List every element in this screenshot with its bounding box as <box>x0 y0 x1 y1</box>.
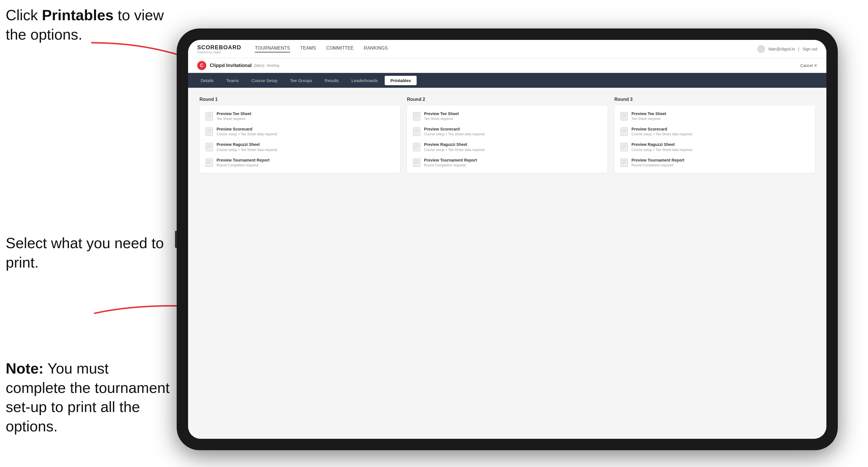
cancel-button[interactable]: Cancel ✕ <box>801 63 817 68</box>
round-2-tee-sheet-sub: Tee Sheet required <box>424 117 459 121</box>
svg-rect-34 <box>621 112 627 120</box>
svg-rect-26 <box>413 143 420 151</box>
round-3-scorecard-text: Preview Scorecard Course setup + Tee She… <box>631 126 692 136</box>
round-2-section: Round 2 Preview Tee Sheet Tee Sheet requ… <box>407 97 608 173</box>
round-2-card: Preview Tee Sheet Tee Sheet required Pre… <box>407 105 608 173</box>
round-1-scorecard-sub: Course setup + Tee Sheet data required <box>217 132 277 136</box>
svg-rect-10 <box>206 143 213 151</box>
svg-rect-6 <box>206 128 213 136</box>
round-1-tee-sheet-text: Preview Tee Sheet Tee Sheet required <box>217 111 251 121</box>
annotation-bottom: Note: You must complete the tournament s… <box>6 359 171 436</box>
scorecard-icon-2 <box>413 127 421 136</box>
round-1-section: Round 1 <box>199 97 400 173</box>
tournament-report-icon-2 <box>413 158 421 167</box>
annotation-middle: Select what you need to print. <box>6 234 165 272</box>
svg-rect-46 <box>621 159 627 167</box>
round-3-card: Preview Tee Sheet Tee Sheet required Pre… <box>614 105 815 173</box>
annotation-top: Click Printables to view the options. <box>6 6 171 44</box>
tab-printables[interactable]: Printables <box>385 76 417 85</box>
round-1-tournament-report-text: Preview Tournament Report Round Completi… <box>217 158 270 167</box>
tournament-bar: C Clippd Invitational (Men) Hosting Canc… <box>188 58 827 73</box>
round-2-scorecard-sub: Course setup + Tee Sheet data required <box>424 132 485 136</box>
rounds-grid: Round 1 <box>199 97 815 173</box>
round-1-raguzzi-title: Preview Raguzzi Sheet <box>217 142 277 147</box>
tee-sheet-icon-2 <box>413 112 421 121</box>
round-3-raguzzi-title: Preview Raguzzi Sheet <box>631 142 692 147</box>
round-3-tee-sheet-title: Preview Tee Sheet <box>631 111 666 116</box>
tab-results[interactable]: Results <box>319 76 344 85</box>
round-1-tee-sheet[interactable]: Preview Tee Sheet Tee Sheet required <box>205 111 394 121</box>
round-1-scorecard-title: Preview Scorecard <box>217 126 277 132</box>
round-2-tee-sheet-title: Preview Tee Sheet <box>424 111 459 116</box>
round-1-raguzzi-sub: Course setup + Tee Sheet data required <box>217 148 277 152</box>
logo-powered: Powered by clippd <box>197 51 241 54</box>
round-2-raguzzi-text: Preview Raguzzi Sheet Course setup + Tee… <box>424 142 485 152</box>
round-3-tee-sheet-text: Preview Tee Sheet Tee Sheet required <box>631 111 666 121</box>
svg-rect-30 <box>413 159 420 167</box>
round-3-tournament-report[interactable]: Preview Tournament Report Round Completi… <box>620 158 809 167</box>
round-3-section: Round 3 Preview Tee Sheet Tee Sheet requ… <box>614 97 815 173</box>
round-2-raguzzi-title: Preview Raguzzi Sheet <box>424 142 485 147</box>
top-nav: SCOREBOARD Powered by clippd TOURNAMENTS… <box>188 40 827 58</box>
round-2-tournament-report-title: Preview Tournament Report <box>424 158 477 163</box>
round-3-tournament-report-title: Preview Tournament Report <box>631 158 684 163</box>
tournament-status: Hosting <box>267 63 279 67</box>
raguzzi-icon-2 <box>413 143 421 152</box>
round-3-tournament-report-text: Preview Tournament Report Round Completi… <box>631 158 684 167</box>
tab-course-setup[interactable]: Course Setup <box>246 76 283 85</box>
tablet-side-button <box>175 231 177 248</box>
nav-rankings[interactable]: RANKINGS <box>364 45 388 53</box>
round-1-raguzzi[interactable]: Preview Raguzzi Sheet Course setup + Tee… <box>205 142 394 152</box>
round-2-scorecard[interactable]: Preview Scorecard Course setup + Tee She… <box>413 126 602 136</box>
top-nav-right: blair@clippd.io | Sign out <box>757 45 817 53</box>
main-content: Round 1 <box>188 88 827 439</box>
round-3-scorecard-title: Preview Scorecard <box>631 126 692 132</box>
round-3-raguzzi-sub: Course setup + Tee Sheet data required <box>631 148 692 152</box>
nav-committee[interactable]: COMMITTEE <box>326 45 354 53</box>
round-2-tournament-report[interactable]: Preview Tournament Report Round Completi… <box>413 158 602 167</box>
svg-rect-2 <box>206 112 213 120</box>
nav-teams[interactable]: TEAMS <box>300 45 316 53</box>
svg-rect-22 <box>413 128 420 136</box>
svg-rect-14 <box>206 159 213 167</box>
round-3-scorecard-sub: Course setup + Tee Sheet data required <box>631 132 692 136</box>
tee-sheet-icon-3 <box>620 112 628 121</box>
tab-details[interactable]: Details <box>195 76 219 85</box>
tablet-screen: SCOREBOARD Powered by clippd TOURNAMENTS… <box>188 40 827 439</box>
tournament-report-icon-3 <box>620 158 628 167</box>
round-1-tournament-report[interactable]: Preview Tournament Report Round Completi… <box>205 158 394 167</box>
svg-rect-18 <box>413 112 420 120</box>
nav-tournaments[interactable]: TOURNAMENTS <box>255 45 290 53</box>
raguzzi-icon-3 <box>620 143 628 152</box>
scoreboard-logo: SCOREBOARD Powered by clippd <box>197 44 241 54</box>
round-1-title: Round 1 <box>199 97 400 102</box>
round-2-tee-sheet[interactable]: Preview Tee Sheet Tee Sheet required <box>413 111 602 121</box>
round-2-raguzzi-sub: Course setup + Tee Sheet data required <box>424 148 485 152</box>
nav-separator: | <box>798 47 799 51</box>
tournament-logo: C <box>197 61 206 70</box>
scorecard-icon-3 <box>620 127 628 136</box>
round-2-tee-sheet-text: Preview Tee Sheet Tee Sheet required <box>424 111 459 121</box>
round-3-scorecard[interactable]: Preview Scorecard Course setup + Tee She… <box>620 126 809 136</box>
tab-leaderboards[interactable]: Leaderboards <box>346 76 383 85</box>
round-3-tee-sheet[interactable]: Preview Tee Sheet Tee Sheet required <box>620 111 809 121</box>
tournament-gender: (Men) <box>254 63 265 68</box>
tab-tee-groups[interactable]: Tee Groups <box>284 76 318 85</box>
tee-sheet-icon <box>205 112 213 121</box>
round-1-tee-sheet-sub: Tee Sheet required <box>217 117 251 121</box>
printables-bold: Printables <box>42 7 114 23</box>
round-2-raguzzi[interactable]: Preview Raguzzi Sheet Course setup + Tee… <box>413 142 602 152</box>
tournament-name: Clippd Invitational <box>210 63 252 68</box>
round-1-scorecard[interactable]: Preview Scorecard Course setup + Tee She… <box>205 126 394 136</box>
svg-rect-38 <box>621 128 627 136</box>
sign-out-link[interactable]: Sign out <box>803 47 817 51</box>
user-avatar <box>757 45 765 53</box>
round-3-raguzzi[interactable]: Preview Raguzzi Sheet Course setup + Tee… <box>620 142 809 152</box>
round-1-scorecard-text: Preview Scorecard Course setup + Tee She… <box>217 126 277 136</box>
tablet: SCOREBOARD Powered by clippd TOURNAMENTS… <box>177 29 838 450</box>
tab-teams[interactable]: Teams <box>221 76 245 85</box>
svg-rect-42 <box>621 143 627 151</box>
round-1-card: Preview Tee Sheet Tee Sheet required <box>199 105 400 173</box>
round-3-tournament-report-sub: Round Completion required <box>631 163 684 167</box>
scorecard-icon-1 <box>205 127 213 136</box>
